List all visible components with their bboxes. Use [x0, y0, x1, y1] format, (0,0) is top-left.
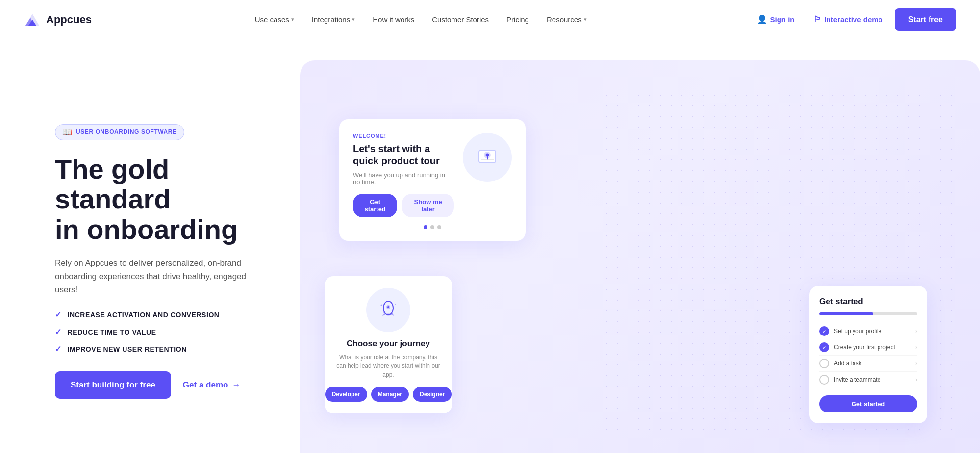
journey-description: What is your role at the company, this c… [334, 353, 442, 379]
checklist-item-1: ✓ Set up your profile › [819, 323, 917, 339]
tour-dot-3 [437, 225, 441, 229]
hero-badge: 📖 USER ONBOARDING SOFTWARE [55, 124, 184, 140]
checklist-item-2: ✓ Create your first project › [819, 339, 917, 356]
welcome-label: WELCOME! [353, 133, 454, 139]
hero-cta-group: Start building for free Get a demo → [55, 371, 290, 399]
choose-journey-card: Choose your journey What is your role at… [325, 276, 452, 413]
get-started-checklist-card: Get started ✓ Set up your profile › ✓ Cr… [809, 286, 927, 423]
nav-actions: 👤 Sign in 🏳 Interactive demo Start free [750, 8, 956, 31]
checklist-item-3: Add a task › [819, 356, 917, 372]
interactive-demo-link[interactable]: 🏳 Interactive demo [806, 11, 890, 28]
feature-item-1: ✓ INCREASE ACTIVATION AND CONVERSION [55, 310, 290, 319]
check-icon: ✓ [55, 327, 62, 336]
check-filled-icon: ✓ [819, 342, 829, 352]
journey-illustration [366, 288, 410, 332]
checklist-progress-bar-container [819, 312, 917, 315]
tour-dot-1 [424, 225, 427, 229]
journey-manager-button[interactable]: Manager [371, 387, 409, 402]
tour-dots [353, 225, 512, 229]
journey-developer-button[interactable]: Developer [325, 387, 367, 402]
journey-buttons: Developer Manager Designer [334, 387, 442, 402]
feature-item-2: ✓ REDUCE TIME TO VALUE [55, 327, 290, 336]
journey-title: Choose your journey [334, 339, 442, 349]
checklist-title: Get started [819, 297, 917, 307]
feature-item-3: ✓ IMPROVE NEW USER RETENTION [55, 344, 290, 354]
chevron-down-icon: ▾ [352, 16, 355, 23]
checklist-get-started-button[interactable]: Get started [819, 395, 917, 412]
hero-features-list: ✓ INCREASE ACTIVATION AND CONVERSION ✓ R… [55, 310, 290, 354]
svg-point-9 [375, 296, 402, 324]
brand-name: Appcues [46, 13, 92, 26]
nav-link-how-it-works[interactable]: How it works [366, 11, 421, 27]
svg-point-13 [386, 313, 390, 316]
flag-icon: 🏳 [813, 15, 822, 25]
start-free-button[interactable]: Start free [895, 8, 956, 31]
nav-link-integrations[interactable]: Integrations ▾ [305, 11, 362, 27]
check-empty-icon [819, 359, 829, 368]
checklist-progress-bar [819, 312, 873, 315]
journey-designer-button[interactable]: Designer [413, 387, 452, 402]
tour-illustration [463, 133, 512, 182]
hero-content: 📖 USER ONBOARDING SOFTWARE The gold stan… [55, 124, 310, 399]
svg-point-15 [395, 304, 396, 305]
checklist-items: ✓ Set up your profile › ✓ Create your fi… [819, 323, 917, 387]
svg-point-14 [381, 305, 382, 306]
tour-dot-2 [430, 225, 434, 229]
book-icon: 📖 [62, 128, 72, 137]
hero-section: 📖 USER ONBOARDING SOFTWARE The gold stan… [0, 39, 980, 464]
get-a-demo-link[interactable]: Get a demo → [183, 380, 241, 390]
check-icon: ✓ [55, 344, 62, 354]
hero-illustration: WELCOME! Let's start with a quick produc… [310, 90, 956, 433]
tour-get-started-button[interactable]: Get started [353, 194, 397, 217]
nav-links: Use cases ▾ Integrations ▾ How it works … [248, 11, 594, 27]
check-empty-icon [819, 375, 829, 385]
svg-point-6 [486, 154, 489, 157]
product-tour-card: WELCOME! Let's start with a quick produc… [339, 119, 526, 241]
tour-card-title: Let's start with a quick product tour [353, 143, 454, 167]
svg-point-12 [387, 306, 389, 308]
person-icon: 👤 [757, 14, 767, 25]
chevron-down-icon: ▾ [584, 16, 587, 23]
nav-logo[interactable]: Appcues [24, 11, 92, 28]
hero-description: Rely on Appcues to deliver personalized,… [55, 257, 271, 297]
check-icon: ✓ [55, 310, 62, 319]
checklist-item-4: Invite a teammate › [819, 372, 917, 387]
hero-title: The gold standard in onboarding [55, 154, 290, 245]
nav-link-customer-stories[interactable]: Customer Stories [425, 11, 496, 27]
chevron-right-icon: › [915, 376, 917, 383]
nav-link-resources[interactable]: Resources ▾ [540, 11, 594, 27]
tour-show-me-later-button[interactable]: Show me later [402, 194, 454, 217]
start-building-button[interactable]: Start building for free [55, 371, 171, 399]
nav-link-pricing[interactable]: Pricing [500, 11, 536, 27]
chevron-right-icon: › [915, 344, 917, 351]
sign-in-link[interactable]: 👤 Sign in [750, 10, 802, 28]
chevron-down-icon: ▾ [291, 16, 294, 23]
check-filled-icon: ✓ [819, 326, 829, 336]
svg-point-16 [383, 312, 384, 313]
chevron-right-icon: › [915, 360, 917, 367]
navbar: Appcues Use cases ▾ Integrations ▾ How i… [0, 0, 980, 39]
nav-link-use-cases[interactable]: Use cases ▾ [248, 11, 301, 27]
chevron-right-icon: › [915, 328, 917, 335]
tour-card-description: We'll have you up and running in no time… [353, 171, 454, 186]
